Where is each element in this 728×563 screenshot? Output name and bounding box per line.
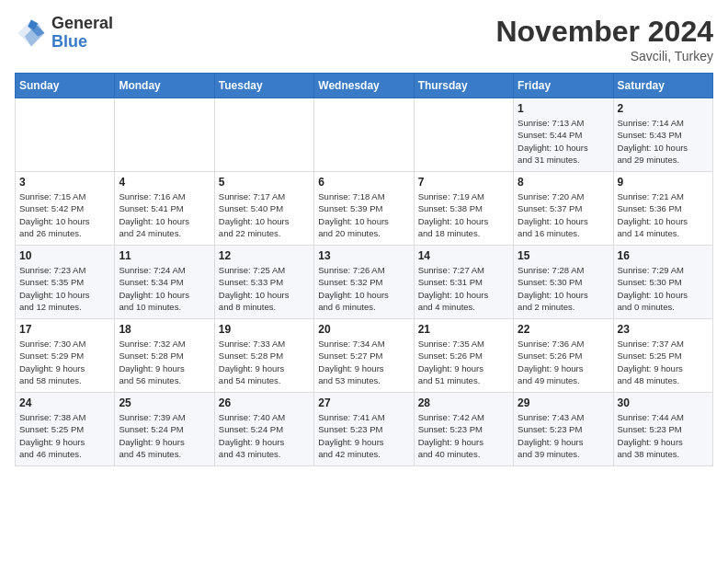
day-number: 11 bbox=[119, 249, 210, 262]
day-info: Sunrise: 7:20 AMSunset: 5:37 PMDaylight:… bbox=[518, 190, 609, 239]
calendar-table: SundayMondayTuesdayWednesdayThursdayFrid… bbox=[15, 73, 713, 466]
calendar-cell: 23Sunrise: 7:37 AMSunset: 5:25 PMDayligh… bbox=[613, 319, 712, 393]
day-info: Sunrise: 7:33 AMSunset: 5:28 PMDaylight:… bbox=[219, 338, 310, 386]
day-header-saturday: Saturday bbox=[613, 74, 712, 98]
calendar-cell bbox=[16, 98, 115, 172]
logo-icon bbox=[15, 17, 48, 50]
day-info: Sunrise: 7:36 AMSunset: 5:26 PMDaylight:… bbox=[518, 338, 609, 386]
day-info: Sunrise: 7:23 AMSunset: 5:35 PMDaylight:… bbox=[19, 264, 110, 313]
calendar-cell bbox=[314, 98, 414, 172]
day-info: Sunrise: 7:39 AMSunset: 5:24 PMDaylight:… bbox=[119, 411, 210, 460]
day-info: Sunrise: 7:32 AMSunset: 5:28 PMDaylight:… bbox=[119, 338, 210, 386]
calendar-cell: 2Sunrise: 7:14 AMSunset: 5:43 PMDaylight… bbox=[613, 98, 712, 172]
day-info: Sunrise: 7:15 AMSunset: 5:42 PMDaylight:… bbox=[19, 190, 110, 239]
calendar-cell: 17Sunrise: 7:30 AMSunset: 5:29 PMDayligh… bbox=[16, 319, 115, 393]
calendar-cell: 16Sunrise: 7:29 AMSunset: 5:30 PMDayligh… bbox=[613, 246, 712, 319]
logo-line2: Blue bbox=[51, 33, 113, 52]
calendar-cell: 11Sunrise: 7:24 AMSunset: 5:34 PMDayligh… bbox=[115, 246, 214, 319]
week-row-2: 3Sunrise: 7:15 AMSunset: 5:42 PMDaylight… bbox=[16, 172, 713, 246]
calendar-cell bbox=[414, 98, 513, 172]
day-info: Sunrise: 7:38 AMSunset: 5:25 PMDaylight:… bbox=[19, 411, 110, 460]
day-number: 5 bbox=[219, 176, 310, 189]
calendar-cell bbox=[214, 98, 313, 172]
day-number: 22 bbox=[518, 323, 609, 336]
day-info: Sunrise: 7:37 AMSunset: 5:25 PMDaylight:… bbox=[618, 338, 709, 386]
logo-line1: General bbox=[51, 15, 113, 33]
day-number: 23 bbox=[618, 323, 709, 336]
day-info: Sunrise: 7:30 AMSunset: 5:29 PMDaylight:… bbox=[19, 338, 110, 386]
day-header-thursday: Thursday bbox=[414, 74, 513, 98]
day-info: Sunrise: 7:40 AMSunset: 5:24 PMDaylight:… bbox=[219, 411, 310, 460]
day-number: 4 bbox=[119, 176, 210, 189]
calendar-cell: 12Sunrise: 7:25 AMSunset: 5:33 PMDayligh… bbox=[214, 246, 313, 319]
calendar-cell: 15Sunrise: 7:28 AMSunset: 5:30 PMDayligh… bbox=[514, 246, 613, 319]
calendar-cell: 10Sunrise: 7:23 AMSunset: 5:35 PMDayligh… bbox=[16, 246, 115, 319]
day-number: 6 bbox=[318, 176, 409, 189]
day-header-tuesday: Tuesday bbox=[214, 74, 313, 98]
day-info: Sunrise: 7:28 AMSunset: 5:30 PMDaylight:… bbox=[518, 264, 609, 313]
day-number: 15 bbox=[518, 249, 609, 262]
day-header-wednesday: Wednesday bbox=[314, 74, 414, 98]
day-number: 28 bbox=[418, 396, 509, 409]
day-number: 24 bbox=[19, 396, 110, 409]
calendar-cell: 14Sunrise: 7:27 AMSunset: 5:31 PMDayligh… bbox=[414, 246, 513, 319]
calendar-cell: 30Sunrise: 7:44 AMSunset: 5:23 PMDayligh… bbox=[613, 393, 712, 466]
day-header-sunday: Sunday bbox=[16, 74, 115, 98]
day-number: 18 bbox=[119, 323, 210, 336]
day-info: Sunrise: 7:21 AMSunset: 5:36 PMDaylight:… bbox=[618, 190, 709, 239]
calendar-cell: 1Sunrise: 7:13 AMSunset: 5:44 PMDaylight… bbox=[514, 98, 613, 172]
day-number: 30 bbox=[618, 396, 709, 409]
calendar-cell: 20Sunrise: 7:34 AMSunset: 5:27 PMDayligh… bbox=[314, 319, 414, 393]
day-header-monday: Monday bbox=[115, 74, 214, 98]
day-info: Sunrise: 7:41 AMSunset: 5:23 PMDaylight:… bbox=[318, 411, 409, 460]
day-number: 8 bbox=[518, 176, 609, 189]
calendar-cell: 22Sunrise: 7:36 AMSunset: 5:26 PMDayligh… bbox=[514, 319, 613, 393]
calendar-cell: 29Sunrise: 7:43 AMSunset: 5:23 PMDayligh… bbox=[514, 393, 613, 466]
calendar-cell: 28Sunrise: 7:42 AMSunset: 5:23 PMDayligh… bbox=[414, 393, 513, 466]
calendar-cell: 24Sunrise: 7:38 AMSunset: 5:25 PMDayligh… bbox=[16, 393, 115, 466]
day-info: Sunrise: 7:18 AMSunset: 5:39 PMDaylight:… bbox=[318, 190, 409, 239]
day-info: Sunrise: 7:44 AMSunset: 5:23 PMDaylight:… bbox=[618, 411, 709, 460]
day-number: 29 bbox=[518, 396, 609, 409]
calendar-cell: 26Sunrise: 7:40 AMSunset: 5:24 PMDayligh… bbox=[214, 393, 313, 466]
day-info: Sunrise: 7:34 AMSunset: 5:27 PMDaylight:… bbox=[318, 338, 409, 386]
week-row-1: 1Sunrise: 7:13 AMSunset: 5:44 PMDaylight… bbox=[16, 98, 713, 172]
calendar-cell: 9Sunrise: 7:21 AMSunset: 5:36 PMDaylight… bbox=[613, 172, 712, 246]
day-info: Sunrise: 7:35 AMSunset: 5:26 PMDaylight:… bbox=[418, 338, 509, 386]
day-info: Sunrise: 7:24 AMSunset: 5:34 PMDaylight:… bbox=[119, 264, 210, 313]
calendar-cell: 25Sunrise: 7:39 AMSunset: 5:24 PMDayligh… bbox=[115, 393, 214, 466]
day-number: 2 bbox=[618, 102, 709, 115]
day-number: 3 bbox=[19, 176, 110, 189]
location: Savcili, Turkey bbox=[495, 49, 713, 63]
day-number: 13 bbox=[318, 249, 409, 262]
day-number: 20 bbox=[318, 323, 409, 336]
calendar-cell: 4Sunrise: 7:16 AMSunset: 5:41 PMDaylight… bbox=[115, 172, 214, 246]
day-info: Sunrise: 7:16 AMSunset: 5:41 PMDaylight:… bbox=[119, 190, 210, 239]
day-info: Sunrise: 7:27 AMSunset: 5:31 PMDaylight:… bbox=[418, 264, 509, 313]
calendar-cell: 3Sunrise: 7:15 AMSunset: 5:42 PMDaylight… bbox=[16, 172, 115, 246]
day-info: Sunrise: 7:19 AMSunset: 5:38 PMDaylight:… bbox=[418, 190, 509, 239]
day-info: Sunrise: 7:29 AMSunset: 5:30 PMDaylight:… bbox=[618, 264, 709, 313]
day-number: 12 bbox=[219, 249, 310, 262]
calendar-cell: 18Sunrise: 7:32 AMSunset: 5:28 PMDayligh… bbox=[115, 319, 214, 393]
logo: General Blue bbox=[15, 15, 113, 52]
calendar-cell: 19Sunrise: 7:33 AMSunset: 5:28 PMDayligh… bbox=[214, 319, 313, 393]
day-number: 19 bbox=[219, 323, 310, 336]
title-block: November 2024 Savcili, Turkey bbox=[495, 15, 713, 63]
calendar-cell: 7Sunrise: 7:19 AMSunset: 5:38 PMDaylight… bbox=[414, 172, 513, 246]
day-info: Sunrise: 7:14 AMSunset: 5:43 PMDaylight:… bbox=[618, 117, 709, 166]
calendar-cell: 13Sunrise: 7:26 AMSunset: 5:32 PMDayligh… bbox=[314, 246, 414, 319]
calendar-cell: 27Sunrise: 7:41 AMSunset: 5:23 PMDayligh… bbox=[314, 393, 414, 466]
day-number: 9 bbox=[618, 176, 709, 189]
calendar-header-row: SundayMondayTuesdayWednesdayThursdayFrid… bbox=[16, 74, 713, 98]
page-header: General Blue November 2024 Savcili, Turk… bbox=[15, 15, 713, 63]
calendar-cell bbox=[115, 98, 214, 172]
calendar-cell: 5Sunrise: 7:17 AMSunset: 5:40 PMDaylight… bbox=[214, 172, 313, 246]
week-row-5: 24Sunrise: 7:38 AMSunset: 5:25 PMDayligh… bbox=[16, 393, 713, 466]
day-info: Sunrise: 7:13 AMSunset: 5:44 PMDaylight:… bbox=[518, 117, 609, 166]
day-number: 27 bbox=[318, 396, 409, 409]
day-number: 17 bbox=[19, 323, 110, 336]
day-number: 14 bbox=[418, 249, 509, 262]
day-number: 21 bbox=[418, 323, 509, 336]
day-number: 16 bbox=[618, 249, 709, 262]
